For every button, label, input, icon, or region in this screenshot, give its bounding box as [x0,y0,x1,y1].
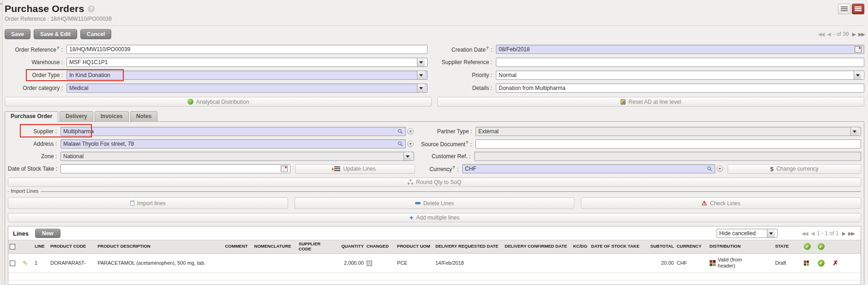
analytic-distribution-icon[interactable] [710,260,716,266]
import-lines-button[interactable]: Import lines [8,197,288,209]
cancelled-filter-select[interactable]: Hide cancelled [717,229,778,238]
zone-select[interactable]: National [60,152,414,161]
search-icon[interactable] [398,141,403,147]
creation-date-input[interactable]: 08/Feb/2018 [496,45,864,54]
details-input[interactable]: Donation from Multipharma [496,83,864,93]
col-date-of-stock-take[interactable]: DATE OF STOCK TAKE [590,240,645,254]
col-kc-dg[interactable]: KC/DG [572,240,590,254]
col-delivery-confirmed-date[interactable]: DELIVERY CONFIRMED DATE [503,240,572,254]
col-product-description[interactable]: PRODUCT DESCRIPTION [96,240,223,254]
order-reference-input[interactable]: 18/HQ/MW110/PO00039 [66,45,428,54]
creation-date-label: Creation Date? : [428,46,496,53]
chevron-down-icon[interactable] [417,71,425,79]
update-lines-button[interactable]: Update Lines [295,164,415,174]
previous-record-icon[interactable]: ◀ [827,31,830,37]
edit-pencil-icon[interactable]: ✎ [23,260,28,267]
import-lines-fieldset: Import Lines Import lines Delete Lines ⚠… [8,191,861,209]
changed-checkbox [367,261,372,266]
order-category-select[interactable]: Medical [66,83,428,93]
tab-delivery[interactable]: Delivery [60,111,93,121]
first-record-icon[interactable]: ◀◀ [818,31,824,37]
col-supplier-code[interactable]: SUPPLIER CODE [297,240,326,254]
first-page-icon[interactable]: ◀◀ [802,231,808,237]
nomenclature-cell [253,253,297,273]
partner-type-select[interactable]: External [476,127,861,136]
add-multiple-lines-button[interactable]: +Add multiple lines [8,213,861,222]
currency-input[interactable]: CHF [462,164,715,173]
supplier-dropdown-icon[interactable] [407,128,414,135]
delete-cross-icon[interactable]: ✗ [833,259,838,267]
chevron-down-icon[interactable] [417,84,425,92]
chevron-down-icon[interactable] [854,71,862,79]
next-record-icon[interactable]: ▶ [852,31,855,37]
col-distribution[interactable]: DISTRIBUTION [708,240,774,254]
tab-purchase-order[interactable]: Purchase Order [5,111,58,122]
supplier-reference-input[interactable] [496,58,864,67]
calendar-icon[interactable] [855,46,862,53]
col-changed[interactable]: CHANGED [365,240,396,254]
currency-dropdown-icon[interactable] [717,166,723,172]
round-qty-button[interactable]: Round Qty to SoQ [8,178,861,187]
chevron-down-icon[interactable] [404,152,411,160]
address-input[interactable]: Malawi Thyolo Fox street, 78 [60,139,406,148]
table-row[interactable]: ✎ 1 DORAPARA5T- PARACETAMOL (acetaminoph… [8,253,861,273]
search-icon[interactable] [707,166,712,172]
last-page-icon[interactable]: ▶▶ [848,231,854,237]
change-currency-button[interactable]: $Change currency [728,164,861,174]
col-currency[interactable]: CURRENCY [675,240,708,254]
col-edit [21,240,33,254]
last-record-icon[interactable]: ▶▶ [858,31,864,37]
priority-select[interactable]: Normal [496,71,864,80]
next-page-icon[interactable]: ▶ [842,231,845,237]
calendar-icon[interactable] [281,166,288,172]
ad-button-row: Analytical Distribution Reset AD at line… [5,97,864,107]
col-nomenclature[interactable]: NOMENCLATURE [253,240,297,254]
col-line[interactable]: LINE [33,240,49,254]
chevron-down-icon[interactable] [767,229,775,238]
date-of-stock-take-label: Date of Stock Take : [8,166,60,172]
col-comment[interactable]: COMMENT [223,240,253,254]
tab-notes[interactable]: Notes [130,111,157,121]
delete-lines-button[interactable]: Delete Lines [295,197,575,209]
date-of-stock-take-input[interactable] [60,164,290,173]
col-product-code[interactable]: PRODUCT CODE [49,240,96,254]
line-ad-icon[interactable] [804,261,809,266]
col-select [8,240,21,254]
zone-row: Zone : National Customer Ref. : [8,150,861,162]
col-subtotal[interactable]: SUBTOTAL [645,240,675,254]
check-lines-button[interactable]: ⚠Check Lines [581,197,861,209]
reset-ad-button[interactable]: Reset AD at line level [437,97,864,107]
supplier-input[interactable]: Multipharma [60,127,406,136]
chevron-down-icon[interactable] [850,127,858,136]
list-view-button[interactable] [838,4,850,14]
new-line-button[interactable]: New [35,229,60,238]
analytical-distribution-button[interactable]: Analytical Distribution [5,97,432,107]
check-circle-icon[interactable]: ✓ [818,260,825,267]
col-delivery-requested-date[interactable]: DELIVERY REQUESTED DATE [434,240,503,254]
col-product-uom[interactable]: PRODUCT UOM [396,240,434,254]
save-button[interactable]: Save [5,29,30,39]
product-code-cell: DORAPARA5T- [49,253,96,273]
stock-take-row: Date of Stock Take : Update Lines Curren… [8,163,861,175]
search-icon[interactable] [398,129,403,134]
check-circle-icon[interactable]: ✓ [804,243,811,250]
chevron-down-icon[interactable] [417,58,425,66]
title-help-icon[interactable]: ? [88,6,95,12]
col-state[interactable]: STATE [774,240,802,254]
row-checkbox[interactable] [10,261,15,266]
source-document-input[interactable] [476,139,861,148]
check-circle-icon[interactable]: ✓ [818,243,825,250]
date-of-stock-take-cell [590,253,645,273]
warehouse-select[interactable]: MSF HQ1C1P1 [66,58,428,67]
address-dropdown-icon[interactable] [407,141,414,147]
previous-page-icon[interactable]: ◀ [811,231,814,237]
form-view-button[interactable] [852,4,864,14]
supplier-label: Supplier : [8,128,60,135]
order-type-select[interactable]: In Kind Donation [66,71,428,80]
col-quantity[interactable]: QUANTITY [326,240,365,254]
tab-invoices[interactable]: Invoices [95,111,129,121]
select-all-checkbox[interactable] [10,244,15,249]
list-icon [841,6,848,12]
cancel-button[interactable]: Cancel [80,29,111,39]
save-and-edit-button[interactable]: Save & Edit [34,29,77,39]
